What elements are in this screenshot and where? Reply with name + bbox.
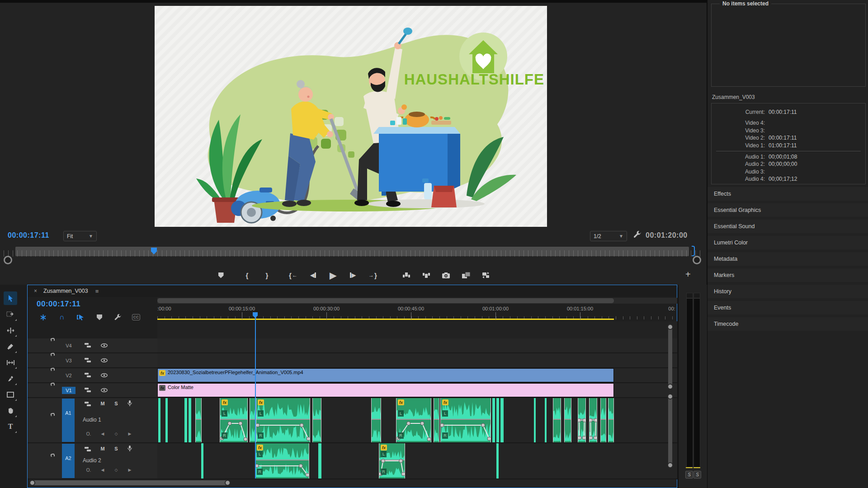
timeline-vscrollbar-video[interactable] bbox=[668, 325, 672, 389]
lift-button[interactable] bbox=[400, 269, 413, 281]
hscroll-knob-right[interactable] bbox=[225, 480, 231, 486]
audio-clip-segment[interactable] bbox=[564, 398, 571, 442]
panel-tab-events[interactable]: Events bbox=[708, 301, 868, 314]
audio-clip-segment[interactable]: fxLR bbox=[440, 398, 491, 442]
next-keyframe-icon[interactable]: ▶ bbox=[125, 432, 135, 436]
eye-icon[interactable] bbox=[99, 373, 109, 377]
zoom-handle-left[interactable] bbox=[4, 256, 12, 264]
step-back-button[interactable]: ◀ bbox=[307, 269, 320, 281]
sync-lock-icon[interactable] bbox=[83, 402, 93, 407]
audio-clip-segment[interactable] bbox=[318, 443, 321, 479]
track-v4-lane[interactable] bbox=[157, 338, 677, 353]
vscroll-knob[interactable] bbox=[667, 324, 673, 330]
export-frame-button[interactable] bbox=[439, 269, 453, 281]
tool-track-select-forward[interactable] bbox=[4, 308, 17, 321]
fx-badge[interactable]: fx bbox=[442, 399, 448, 405]
track-target-v1[interactable]: V1 bbox=[62, 387, 75, 394]
add-marker-button[interactable] bbox=[214, 269, 228, 281]
sync-lock-icon[interactable] bbox=[83, 358, 93, 363]
audio-clip-segment[interactable] bbox=[434, 398, 439, 442]
fx-badge[interactable]: fx bbox=[159, 370, 165, 376]
audio-clip-segment[interactable] bbox=[184, 398, 187, 442]
audio-clip-segment[interactable] bbox=[371, 398, 381, 442]
track-header-v4[interactable]: V4 bbox=[28, 338, 157, 353]
audio-clip-segment[interactable]: fxLR bbox=[256, 398, 310, 442]
tool-slip[interactable] bbox=[4, 356, 17, 369]
mic-icon[interactable] bbox=[125, 400, 135, 407]
tool-pen[interactable] bbox=[4, 372, 17, 385]
keyframe-toggle-icon[interactable]: O. bbox=[84, 468, 94, 473]
audio-clip-segment[interactable] bbox=[189, 398, 191, 442]
mark-out-button[interactable]: } bbox=[260, 269, 274, 281]
track-header-v3[interactable]: V3 bbox=[28, 353, 157, 368]
sync-lock-icon[interactable] bbox=[83, 447, 93, 452]
solo-button[interactable]: S bbox=[111, 401, 121, 406]
fit-dropdown[interactable]: Fit▼ bbox=[63, 231, 97, 241]
timeline-hscrollbar[interactable] bbox=[29, 479, 676, 487]
audio-clip-segment[interactable] bbox=[165, 398, 168, 442]
track-name-label[interactable]: Audio 1 bbox=[83, 417, 101, 423]
track-header-v1[interactable]: V1 bbox=[28, 383, 157, 398]
monitor-time-ruler[interactable] bbox=[4, 246, 701, 265]
multicam-view-button[interactable] bbox=[479, 269, 493, 281]
sync-lock-icon[interactable] bbox=[83, 388, 93, 393]
audio-clip-segment[interactable] bbox=[496, 398, 499, 442]
step-forward-button[interactable]: ▶ bbox=[346, 269, 360, 281]
timeline-ruler[interactable]: :00:0000:00:15:0000:00:30:0000:00:45:000… bbox=[157, 305, 677, 321]
tool-ripple-edit[interactable] bbox=[4, 324, 17, 337]
panel-tab-essential-graphics[interactable]: Essential Graphics bbox=[708, 203, 868, 217]
audio-clip-segment[interactable] bbox=[158, 398, 160, 442]
tool-selection[interactable] bbox=[4, 291, 17, 305]
track-target-a1[interactable]: A1 bbox=[62, 399, 75, 442]
sync-lock-icon[interactable] bbox=[83, 343, 93, 348]
next-keyframe-icon[interactable]: ▶ bbox=[125, 468, 135, 472]
track-target-v4[interactable]: V4 bbox=[62, 342, 75, 349]
audio-clip-segment[interactable] bbox=[496, 443, 499, 479]
track-a1-lane[interactable]: fxLRfxLRfxLRfxLR bbox=[157, 398, 677, 443]
vscroll-knob[interactable] bbox=[667, 384, 673, 389]
zoom-handle-right[interactable] bbox=[693, 256, 701, 264]
fx-badge[interactable]: fx bbox=[222, 399, 228, 405]
track-name-label[interactable]: Audio 2 bbox=[83, 457, 101, 464]
keyframe-toggle-icon[interactable]: O. bbox=[84, 432, 94, 436]
audio-clip-segment[interactable] bbox=[589, 398, 597, 442]
panel-tab-effects[interactable]: Effects bbox=[708, 187, 868, 201]
panel-tab-lumetri-color[interactable]: Lumetri Color bbox=[708, 236, 868, 249]
sync-lock-icon[interactable] bbox=[83, 373, 93, 378]
audio-clip-segment[interactable] bbox=[201, 443, 203, 479]
hscroll-knob-left[interactable] bbox=[29, 480, 35, 486]
audio-clip-segment[interactable] bbox=[534, 398, 536, 442]
audio-clip-segment[interactable] bbox=[578, 398, 586, 442]
audio-clip-segment[interactable] bbox=[553, 398, 561, 442]
audio-clip-segment[interactable] bbox=[608, 398, 614, 442]
fx-badge[interactable]: fx bbox=[398, 399, 404, 405]
comparison-view-button[interactable] bbox=[459, 269, 473, 281]
audio-clip-segment[interactable] bbox=[195, 398, 202, 442]
panel-tab-markers[interactable]: Markers bbox=[708, 268, 868, 282]
panel-tab-history[interactable]: History bbox=[708, 285, 868, 298]
go-to-in-button[interactable]: {← bbox=[287, 269, 300, 281]
solo-left-button[interactable]: S bbox=[685, 471, 693, 479]
prev-keyframe-icon[interactable]: ◀ bbox=[98, 468, 108, 472]
mark-in-button[interactable]: { bbox=[241, 269, 254, 281]
audio-clip-segment[interactable] bbox=[500, 398, 504, 442]
eye-icon[interactable] bbox=[99, 343, 109, 347]
audio-clip-segment[interactable] bbox=[312, 398, 321, 442]
timeline-zoom-scrollbar[interactable] bbox=[157, 298, 677, 304]
clip-v2-video[interactable]: fx20230830_SozialbetreuerPFlegehelfer_An… bbox=[157, 368, 614, 382]
track-header-a2[interactable]: A2MSAudio 2O.◀◇▶ bbox=[28, 443, 157, 479]
monitor-current-timecode[interactable]: 00:00:17:11 bbox=[8, 231, 49, 239]
track-a2-lane[interactable]: fxLRfxLR bbox=[157, 443, 677, 479]
eye-icon[interactable] bbox=[99, 358, 109, 362]
timeline-vscrollbar-audio[interactable] bbox=[668, 394, 672, 468]
track-header-a1[interactable]: A1MSAudio 1O.◀◇▶ bbox=[28, 398, 157, 443]
playback-resolution-dropdown[interactable]: 1/2▼ bbox=[590, 231, 627, 241]
mute-button[interactable]: M bbox=[98, 446, 108, 451]
monitor-settings-wrench-icon[interactable] bbox=[633, 230, 642, 240]
tool-hand[interactable] bbox=[4, 404, 17, 418]
tool-razor[interactable] bbox=[4, 340, 17, 353]
timeline-playhead-line[interactable] bbox=[255, 317, 256, 479]
track-target-v2[interactable]: V2 bbox=[62, 372, 75, 379]
button-editor-plus[interactable]: + bbox=[685, 269, 691, 280]
track-v3-lane[interactable] bbox=[157, 353, 677, 368]
